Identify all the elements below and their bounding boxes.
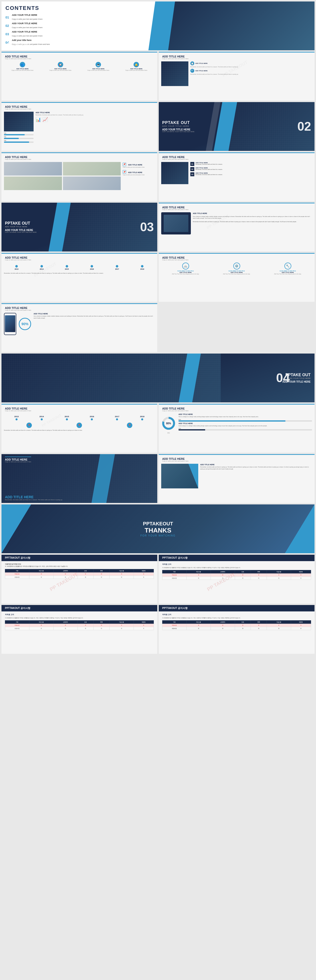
s18-for: FOR YOUR WATCHING	[140, 534, 176, 537]
s11-body: 🚲 CLICK HERE TO ADD TITLE ADD TITLE HERE…	[159, 262, 314, 276]
s19-th-3: 인쇄	[78, 569, 93, 572]
s1-item-main-4: Add your title here	[12, 39, 50, 41]
slide-17: ADD TITLE HERE Copy or write your text a…	[159, 454, 314, 503]
s16-header: ADD TITLE HERE Copy or write your text a…	[5, 457, 31, 463]
s14-year-5: 2017	[115, 415, 119, 421]
s3-info: 📋 ADD TITLE HERE Remember, the birds wel…	[190, 61, 312, 86]
s21-table: 구분 개인사용 교육목적 인쇄 SNS 기업사용 재판매 무료버전 O O O	[5, 620, 154, 630]
s4-left: Title Title Title	[4, 112, 34, 143]
s10-title: ADD TITLE HERE	[5, 256, 154, 259]
s14-year-3: 2015	[65, 415, 69, 421]
s19-body: 이용약관 및 저작권 안내 이 프레젠테이션 템플릿은 저작권 보호를 받고 있…	[2, 561, 157, 581]
s21-th-2: 교육목적	[53, 620, 78, 624]
s21-row-1: 유료버전 O O O O O X	[5, 627, 154, 630]
slide-16: ADD TITLE HERE Copy or write your text a…	[2, 454, 157, 503]
s17-text-body: Remember, but birds wells are there to s…	[200, 466, 312, 470]
s3-info-text-1: Remember, the birds wells are there for …	[190, 66, 312, 68]
s12-phone	[4, 313, 16, 335]
s1-item-sub-3: Copy or write your text and paste it her…	[12, 35, 43, 37]
s2-icon-4: 🔔	[134, 62, 139, 67]
s2-header: ADD TITLE HERE Copy or write your text a…	[2, 52, 157, 61]
s7-photo	[161, 162, 188, 184]
s11-icon-3: 🔧	[284, 262, 291, 269]
s1-num-1: 01	[5, 16, 10, 19]
s1-item-sub-2: Copy or write your text and paste it her…	[12, 27, 43, 29]
slide-thanks: PPTAKEOUT THANKS FOR YOUR WATCHING	[2, 504, 314, 553]
slide-contents: CONTENTS 01 ADD YOUR TITLE HERE Copy or …	[2, 2, 314, 50]
s3-body: 📋 ADD TITLE HERE Remember, the birds wel…	[159, 60, 314, 87]
s12-text-body: Use a device to design a better realisti…	[34, 315, 155, 319]
s21-th-4: SNS	[93, 620, 109, 624]
slide-takeout-04: 04 PPTAKE OUT ADD YOUR TITLE HERE ADD YO…	[2, 353, 314, 402]
s15-header: ADD TITLE HERE Copy or write your text a…	[159, 404, 314, 412]
s7-list-text-3: Remember, the birds wells are there for …	[196, 174, 223, 175]
s2-icon-1: 👥	[20, 62, 25, 67]
s17-header: ADD TITLE HERE Copy or write your text a…	[159, 454, 314, 463]
s19-table: 구분 개인사용 교육목적 인쇄 SNS 기업사용 재판매 무료버전 O O O	[5, 569, 154, 579]
s18-logo: PPTAKEOUT	[140, 521, 176, 527]
s5-content: PPTAKE OUT ADD YOUR TITLE HERE ADD YOUR …	[162, 121, 195, 132]
s11-icontext-1: Add Your Text Here that uniquely pens to…	[161, 273, 210, 275]
s6-photo-2	[63, 162, 121, 175]
s7-list-item-3: 03 ADD TITLE HERE Remember, the birds we…	[190, 172, 312, 176]
s9-text: ADD TITLE HERE Use a device to design be…	[193, 212, 312, 234]
s21-th-1: 개인사용	[29, 620, 53, 624]
s4-bar-3: Title	[4, 140, 34, 143]
s6-text-1: 📌 ADD TITLE HERE Copy or write your text…	[123, 162, 155, 168]
s16-add-text: Remember, the birds wells are there for …	[5, 499, 154, 501]
s8-add: ADD YOUR TITLE HERE	[5, 226, 37, 228]
s8-content: PPTAKE OUT ADD YOUR TITLE HERE ADD YOUR …	[5, 221, 37, 233]
s18-diagonal-tl	[2, 504, 31, 553]
s2-item-text-4: Copy or write your text and paste it her…	[118, 70, 155, 71]
s1-item-main-2: ADD YOUR TITLE HERE	[12, 22, 43, 25]
s2-sub: Copy or write your text and paste it her…	[5, 58, 154, 59]
s20-row-0: 무료버전 O O O O X X	[163, 573, 311, 577]
s7-title: ADD TITLE HERE	[162, 156, 311, 159]
s3-header: ADD TITLE HERE Copy or write your text a…	[159, 52, 314, 60]
s19-th-2: 교육목적	[53, 569, 78, 572]
s6-text-body-2: Copy or write your text and paste it her…	[123, 174, 155, 176]
s17-text: ADD TITLE HERE Remember, but birds wells…	[200, 464, 312, 488]
s7-body: 01 ADD TITLE HERE Remember, the birds we…	[159, 161, 314, 185]
s20-th-0: 구분	[163, 570, 187, 573]
s10-year-label-2: 2014	[29, 268, 54, 270]
s7-sub: Copy or write your text and paste it her…	[162, 159, 311, 160]
s7-list-item-2: 02 ADD TITLE HERE Remember, the birds we…	[190, 167, 312, 171]
s2-item-text-2: Copy or write your text and paste it her…	[42, 70, 79, 71]
s21-th-6: 재판매	[134, 620, 153, 624]
s6-text-body-1: Copy or write your text and paste it her…	[123, 166, 155, 168]
s6-icon-2: 📌	[123, 170, 126, 173]
s3-info-title-1: ADD TITLE HERE	[195, 63, 207, 64]
s12-text: ADD TITLE HERE Use a device to design a …	[34, 313, 155, 335]
s1-item-sub-1: Copy or write your text and paste it her…	[12, 18, 43, 20]
s13-titletext: ADD YOUR TITLE HERE	[282, 380, 311, 383]
s10-year-label-5: 2017	[104, 268, 129, 270]
s10-header: ADD TITLE HERE Copy or write your text a…	[2, 253, 157, 262]
s16-sub: Copy or write your text and paste it her…	[5, 461, 31, 463]
slide-takeout-03: PPTAKE OUT ADD YOUR TITLE HERE ADD YOUR …	[2, 203, 157, 251]
s5-add: ADD YOUR TITLE HERE	[162, 125, 195, 127]
s15-text-body-1: The is a design to a design really worki…	[179, 416, 312, 418]
s16-body: ADD TITLE HERE Remember, the birds wells…	[5, 495, 154, 501]
s16-add: ADD TITLE HERE	[5, 495, 154, 499]
s13-brand: PPTAKE OUT	[282, 373, 311, 377]
slide-15: ADD TITLE HERE Copy or write your text a…	[159, 404, 314, 453]
s5-titletext: ADD YOUR TITLE HERE	[162, 128, 195, 131]
s10-dot-5	[116, 265, 118, 267]
s5-brand: PPTAKE OUT	[162, 121, 195, 125]
s6-sub: Copy or write your text and paste it her…	[5, 159, 154, 160]
s1-item-1: 01 ADD YOUR TITLE HERE Copy or write you…	[5, 14, 160, 21]
s2-item-3: 💻 ADD TITLE HERE Copy or write your text…	[80, 62, 117, 71]
s8-subtext: COPY OR MAKE YOUR TEXT AND ADD HERE	[5, 232, 37, 233]
s2-title: ADD TITLE HERE	[5, 55, 154, 58]
s19-th-0: 구분	[5, 569, 29, 572]
s15-donut: 80% 80%	[161, 416, 176, 431]
s12-header: ADD TITLE HERE Copy or write your text a…	[2, 303, 157, 312]
s3-title: ADD TITLE HERE	[162, 55, 311, 58]
s22-table: 구분 개인사용 교육목적 인쇄 SNS 기업사용 재판매 무료버전 O O O	[162, 620, 311, 630]
s10-year-6: 2018	[129, 265, 155, 270]
s12-title: ADD TITLE HERE	[5, 307, 154, 309]
slide-4: ADD TITLE HERE Copy or write your text a…	[2, 102, 157, 151]
s12-circle: 90%	[19, 318, 31, 330]
s9-body: ADD TITLE HERE Use a device to design be…	[159, 211, 314, 235]
